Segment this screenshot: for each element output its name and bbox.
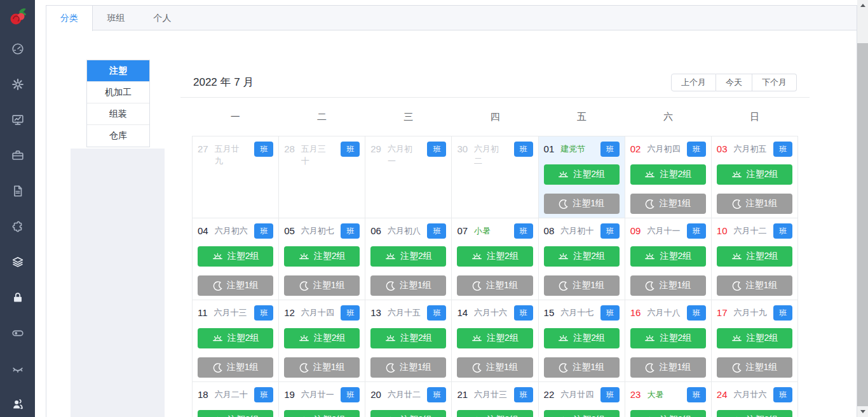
puzzle-icon[interactable] [10, 219, 25, 234]
shift-badge[interactable]: 班 [254, 387, 273, 402]
day-shift-button[interactable]: 注塑2组 [457, 246, 532, 267]
day-shift-button[interactable]: 注塑2组 [630, 328, 706, 348]
shift-badge[interactable]: 班 [427, 305, 446, 321]
category-item[interactable]: 注塑 [87, 60, 149, 82]
day-shift-button[interactable]: 注塑2组 [717, 328, 792, 348]
category-item[interactable]: 机加工 [87, 82, 149, 103]
shift-badge[interactable]: 班 [341, 142, 360, 157]
shift-badge[interactable]: 班 [600, 223, 620, 239]
shift-badge[interactable]: 班 [341, 223, 360, 239]
day-shift-button[interactable]: 注塑2组 [198, 246, 273, 267]
calendar-cell[interactable]: 15 六月十七 班 注塑2组 注塑1组 [539, 300, 625, 382]
calendar-cell[interactable]: 20 六月廿二 班 注塑2组 注塑1组 [365, 382, 452, 417]
shift-badge[interactable]: 班 [341, 305, 360, 321]
lock-icon[interactable] [10, 290, 25, 305]
calendar-cell[interactable]: 08 六月初十 班 注塑2组 注塑1组 [539, 218, 625, 300]
night-shift-button[interactable]: 注塑1组 [370, 357, 446, 378]
night-shift-button[interactable]: 注塑1组 [544, 194, 620, 214]
shift-badge[interactable]: 班 [600, 305, 620, 321]
scrollbar-thumb[interactable] [857, 43, 868, 406]
calendar-cell[interactable]: 30 六月初二 班 [452, 136, 538, 218]
day-shift-button[interactable]: 注塑2组 [630, 410, 706, 417]
prev-month-button[interactable]: 上个月 [671, 74, 716, 91]
calendar-cell[interactable]: 04 六月初六 班 注塑2组 注塑1组 [193, 218, 279, 300]
night-shift-button[interactable]: 注塑1组 [198, 357, 273, 378]
calendar-cell[interactable]: 16 六月十八 班 注塑2组 注塑1组 [625, 300, 712, 382]
shift-badge[interactable]: 班 [773, 223, 792, 239]
dashboard-icon[interactable] [10, 41, 25, 56]
day-shift-button[interactable]: 注塑2组 [717, 410, 792, 417]
night-shift-button[interactable]: 注塑1组 [630, 194, 706, 214]
tab-2[interactable]: 个人 [139, 6, 186, 30]
calendar-cell[interactable]: 02 六月初四 班 注塑2组 注塑1组 [625, 136, 712, 218]
calendar-cell[interactable]: 27 五月廿九 班 [193, 136, 279, 218]
calendar-cell[interactable]: 24 六月廿六 班 注塑2组 注塑1组 [712, 382, 798, 417]
day-shift-button[interactable]: 注塑2组 [630, 246, 706, 267]
day-shift-button[interactable]: 注塑2组 [284, 328, 360, 348]
users-icon[interactable] [10, 397, 25, 412]
day-shift-button[interactable]: 注塑2组 [630, 164, 706, 185]
shift-badge[interactable]: 班 [600, 142, 620, 157]
night-shift-button[interactable]: 注塑1组 [630, 275, 706, 296]
calendar-cell[interactable]: 21 六月廿三 班 注塑2组 注塑1组 [452, 382, 538, 417]
briefcase-icon[interactable] [10, 148, 25, 163]
shift-badge[interactable]: 班 [514, 142, 533, 157]
day-shift-button[interactable]: 注塑2组 [457, 328, 532, 348]
day-shift-button[interactable]: 注塑2组 [457, 410, 532, 417]
night-shift-button[interactable]: 注塑1组 [630, 357, 706, 378]
calendar-cell[interactable]: 10 六月十二 班 注塑2组 注塑1组 [712, 218, 798, 300]
shift-badge[interactable]: 班 [773, 142, 792, 157]
calendar-cell[interactable]: 09 六月十一 班 注塑2组 注塑1组 [625, 218, 712, 300]
night-shift-button[interactable]: 注塑1组 [457, 357, 532, 378]
shift-badge[interactable]: 班 [254, 142, 273, 157]
toggle-icon[interactable] [10, 326, 25, 341]
shift-badge[interactable]: 班 [773, 387, 792, 402]
calendar-cell[interactable]: 23 大暑 班 注塑2组 注塑1组 [625, 382, 712, 417]
day-shift-button[interactable]: 注塑2组 [198, 410, 273, 417]
document-icon[interactable] [10, 183, 25, 199]
day-shift-button[interactable]: 注塑2组 [717, 164, 792, 185]
night-shift-button[interactable]: 注塑1组 [544, 275, 620, 296]
day-shift-button[interactable]: 注塑2组 [370, 246, 446, 267]
shift-badge[interactable]: 班 [687, 223, 706, 239]
night-shift-button[interactable]: 注塑1组 [457, 275, 532, 296]
calendar-cell[interactable]: 17 六月十九 班 注塑2组 注塑1组 [712, 300, 798, 382]
day-shift-button[interactable]: 注塑2组 [544, 328, 620, 348]
shift-badge[interactable]: 班 [427, 387, 446, 402]
calendar-cell[interactable]: 11 六月十三 班 注塑2组 注塑1组 [193, 300, 279, 382]
day-shift-button[interactable]: 注塑2组 [717, 246, 792, 267]
shift-badge[interactable]: 班 [600, 387, 620, 402]
night-shift-button[interactable]: 注塑1组 [370, 275, 446, 296]
calendar-cell[interactable]: 22 六月廿四 班 注塑2组 注塑1组 [539, 382, 625, 417]
shift-badge[interactable]: 班 [687, 142, 706, 157]
shift-badge[interactable]: 班 [514, 223, 533, 239]
calendar-cell[interactable]: 29 六月初一 班 [365, 136, 452, 218]
day-shift-button[interactable]: 注塑2组 [544, 246, 620, 267]
day-shift-button[interactable]: 注塑2组 [370, 410, 446, 417]
day-shift-button[interactable]: 注塑2组 [544, 164, 620, 185]
day-shift-button[interactable]: 注塑2组 [284, 246, 360, 267]
today-button[interactable]: 今天 [716, 74, 752, 91]
eye-closed-icon[interactable] [10, 361, 25, 376]
calendar-cell[interactable]: 14 六月十六 班 注塑2组 注塑1组 [452, 300, 538, 382]
calendar-cell[interactable]: 01 建党节 班 注塑2组 注塑1组 [539, 136, 625, 218]
calendar-cell[interactable]: 03 六月初五 班 注塑2组 注塑1组 [712, 136, 798, 218]
calendar-cell[interactable]: 05 六月初七 班 注塑2组 注塑1组 [279, 218, 365, 300]
night-shift-button[interactable]: 注塑1组 [717, 194, 792, 214]
shift-badge[interactable]: 班 [427, 223, 446, 239]
night-shift-button[interactable]: 注塑1组 [284, 357, 360, 378]
day-shift-button[interactable]: 注塑2组 [544, 410, 620, 417]
next-month-button[interactable]: 下个月 [752, 74, 797, 91]
calendar-cell[interactable]: 13 六月十五 班 注塑2组 注塑1组 [365, 300, 452, 382]
calendar-cell[interactable]: 06 六月初八 班 注塑2组 注塑1组 [365, 218, 452, 300]
settings-icon[interactable] [10, 77, 25, 92]
scrollbar-down-arrow[interactable] [857, 406, 868, 417]
tab-0[interactable]: 分类 [46, 6, 93, 31]
category-item[interactable]: 仓库 [87, 125, 149, 147]
monitor-chart-icon[interactable] [10, 112, 25, 128]
night-shift-button[interactable]: 注塑1组 [198, 275, 273, 296]
calendar-cell[interactable]: 07 小暑 班 注塑2组 注塑1组 [452, 218, 538, 300]
tab-1[interactable]: 班组 [93, 6, 139, 30]
night-shift-button[interactable]: 注塑1组 [284, 275, 360, 296]
category-item[interactable]: 组装 [87, 103, 149, 125]
